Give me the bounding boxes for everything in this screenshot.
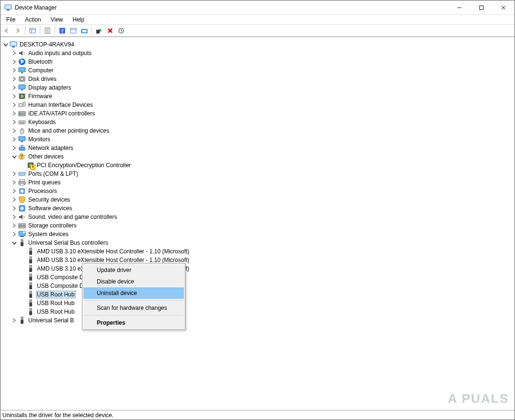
tree-category-node[interactable]: IDE ATA/ATAPI controllers (11, 109, 514, 118)
scan-hardware-button[interactable] (116, 25, 126, 36)
tree-category-node[interactable]: Storage controllers (11, 221, 514, 230)
node-label: AMD USB 3.10 eXtensible Host Controller … (36, 248, 190, 255)
expand-icon[interactable] (11, 102, 17, 108)
nav-back-button[interactable] (1, 25, 12, 36)
collapse-icon[interactable] (11, 240, 17, 246)
expand-icon[interactable] (11, 59, 17, 65)
tree-category-node[interactable]: Processors (11, 187, 514, 195)
tree-category-node[interactable]: Monitors (11, 135, 514, 144)
tree-device-node[interactable]: AMD USB 3.10 eXtensible Host Controller … (20, 247, 514, 256)
expand-icon[interactable] (11, 136, 17, 142)
question-icon (18, 153, 26, 160)
show-hide-tree-button[interactable] (27, 25, 38, 36)
tree-category-node[interactable]: Sound, video and game controllers (11, 213, 514, 221)
tree-category-node[interactable]: Firmware (11, 92, 514, 101)
tree-category-node[interactable]: Universal Serial Bus controllers (11, 238, 514, 247)
context-menu-item[interactable]: Properties (83, 317, 184, 329)
speaker-icon (18, 213, 26, 221)
svg-rect-1 (7, 10, 10, 11)
expand-icon[interactable] (11, 197, 17, 203)
node-label: Bluetooth (27, 58, 54, 65)
context-menu-item[interactable]: Disable device (83, 276, 184, 287)
refresh-button[interactable] (68, 25, 79, 36)
tree-device-node[interactable]: PCI Encryption/Decryption Controller (20, 161, 514, 170)
expand-icon[interactable] (11, 68, 17, 73)
usb-icon (27, 256, 34, 264)
tree-root-node[interactable]: DESKTOP-4RAKV94 (2, 40, 514, 49)
menu-view[interactable]: View (46, 15, 68, 24)
context-menu-separator (84, 315, 183, 316)
expand-icon[interactable] (11, 128, 17, 134)
svg-text:?: ? (61, 28, 64, 34)
expand-icon[interactable] (11, 85, 17, 91)
expand-icon[interactable] (11, 180, 17, 185)
node-label: Software devices (27, 205, 73, 212)
tree-category-node[interactable]: Print queues (11, 178, 514, 187)
expand-icon[interactable] (11, 145, 17, 151)
context-menu: Update driverDisable deviceUninstall dev… (82, 263, 185, 330)
tree-category-node[interactable]: Human Interface Devices (11, 101, 514, 109)
serial-icon (18, 170, 26, 178)
expand-icon[interactable] (11, 76, 17, 82)
disk-icon (18, 75, 26, 83)
tree-category-node[interactable]: Software devices (11, 204, 514, 213)
tree-category-node[interactable]: Keyboards (11, 118, 514, 126)
collapse-icon[interactable] (2, 42, 8, 47)
expand-icon[interactable] (11, 205, 17, 211)
storagectl-icon (18, 222, 26, 229)
tree-category-node[interactable]: Mice and other pointing devices (11, 126, 514, 135)
maximize-button[interactable] (470, 0, 492, 14)
tree-category-node[interactable]: Network adapters (11, 144, 514, 152)
node-label: Audio inputs and outputs (27, 50, 92, 57)
menu-help[interactable]: Help (68, 15, 90, 24)
tree-category-node[interactable]: Computer (11, 66, 514, 75)
properties-button[interactable] (42, 25, 53, 36)
expand-icon[interactable] (11, 188, 17, 194)
tree-category-node[interactable]: Bluetooth (11, 57, 514, 66)
enable-device-button[interactable] (94, 25, 104, 36)
node-label: AMD USB 3.10 eXtensible Host Controller … (36, 257, 190, 263)
keyboard-icon (18, 118, 26, 126)
node-label: USB Root Hub (36, 300, 75, 306)
expand-icon[interactable] (11, 50, 17, 56)
node-label: Display adapters (27, 84, 72, 91)
tree-category-node[interactable]: Disk drives (11, 75, 514, 83)
context-menu-item[interactable]: Update driver (83, 264, 184, 276)
titlebar: Device Manager (0, 0, 515, 15)
minimize-button[interactable] (448, 0, 470, 14)
context-menu-item[interactable]: Uninstall device (83, 287, 184, 299)
close-button[interactable] (492, 0, 515, 14)
nav-forward-button[interactable] (12, 25, 23, 36)
tree-category-node[interactable]: Other devices (11, 152, 514, 161)
uninstall-device-button[interactable] (105, 25, 115, 36)
expand-icon[interactable] (11, 214, 17, 220)
expand-icon[interactable] (11, 231, 17, 237)
tree-category-node[interactable]: Audio inputs and outputs (11, 49, 514, 57)
watermark: A PUALS (448, 391, 509, 406)
update-driver-button[interactable] (79, 25, 90, 36)
device-tree[interactable]: DESKTOP-4RAKV94 Audio inputs and outputs… (0, 37, 515, 410)
menu-file[interactable]: File (1, 15, 20, 24)
mouse-icon (18, 127, 26, 135)
svg-rect-3 (480, 6, 483, 10)
expand-icon[interactable] (11, 318, 17, 323)
usb-icon (18, 239, 26, 247)
expand-icon[interactable] (11, 223, 17, 228)
context-menu-item[interactable]: Scan for hardware changes (83, 302, 184, 314)
tree-category-node[interactable]: Security devices (11, 195, 514, 204)
expand-icon[interactable] (11, 171, 17, 177)
help-button[interactable]: ? (57, 25, 68, 36)
expand-icon[interactable] (11, 119, 17, 125)
node-label: System devices (27, 231, 69, 238)
collapse-icon[interactable] (11, 154, 17, 159)
expand-icon[interactable] (11, 111, 17, 116)
tree-category-node[interactable]: Ports (COM & LPT) (11, 170, 514, 178)
node-label: Firmware (27, 93, 53, 100)
toolbar: ? (0, 24, 515, 37)
bluetooth-icon (18, 58, 26, 66)
expand-icon[interactable] (11, 93, 17, 99)
tree-category-node[interactable]: Display adapters (11, 83, 514, 92)
tree-category-node[interactable]: System devices (11, 230, 514, 238)
device-manager-icon (4, 4, 12, 11)
menu-action[interactable]: Action (20, 15, 46, 24)
